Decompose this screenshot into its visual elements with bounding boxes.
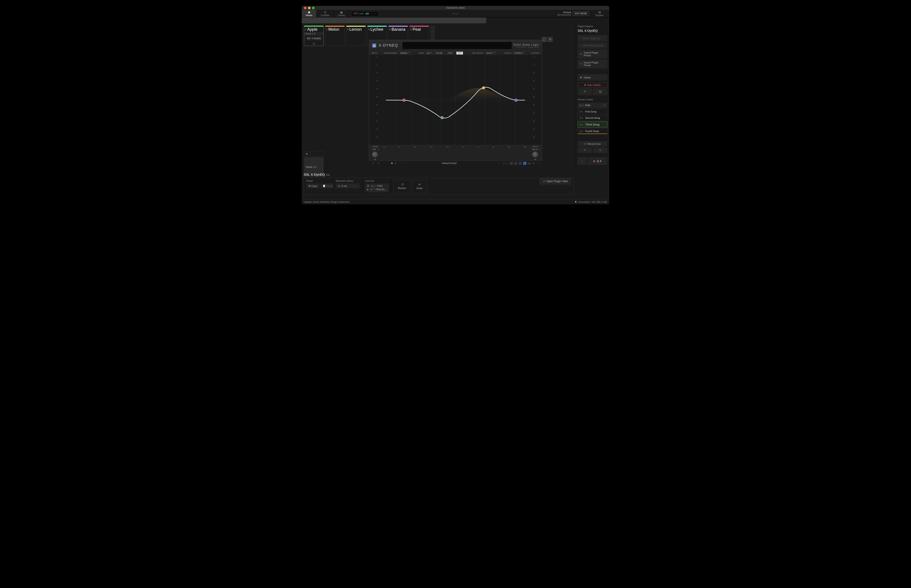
open-plugin-view[interactable]: ⤢Open Plugin View [539, 178, 571, 185]
arrow-left-icon: ← [581, 159, 584, 163]
expand-button[interactable]: ⛶ [542, 37, 547, 42]
hq-button[interactable]: HQ [528, 162, 531, 165]
input-gain-knob[interactable] [372, 151, 379, 158]
paste-icon: 📋 [322, 184, 326, 187]
help-icon[interactable]: ? [536, 162, 540, 165]
save-button[interactable]: 🖫 [593, 88, 608, 95]
chevron-down-icon: ᐯ [599, 149, 601, 152]
plugin-power-button[interactable]: ⏻ [372, 43, 376, 48]
copy-button[interactable]: ⧉Copy [306, 184, 319, 188]
footer-btn-3[interactable] [519, 162, 522, 165]
footer-btn-2[interactable] [514, 162, 517, 165]
output-meter [535, 55, 542, 145]
channel-delete[interactable]: ⊠ [304, 151, 309, 156]
move-plugin-up[interactable]: ↑Move Plugin Up [578, 35, 607, 42]
dsp-load: DSP Load [351, 11, 379, 16]
ab-a[interactable]: A [391, 162, 393, 165]
cue-item-4[interactable]: Q 4Fourth Song [578, 128, 607, 134]
preset-prev[interactable]: ‹ [398, 162, 402, 165]
connection-ip: 192.168.2.100 [591, 200, 607, 203]
bypass-toggle[interactable]: ⟋⃝Bypass [394, 180, 410, 193]
record-cue-button[interactable]: Record Cue [578, 141, 607, 147]
bottom-title: SSL X-DynEQ [304, 173, 325, 176]
undo-icon[interactable]: ↶ [371, 162, 375, 165]
tab-library[interactable]: Library [333, 10, 350, 17]
channel-route[interactable]: Dante 1,2 [304, 32, 324, 36]
cue-item-1[interactable]: Q 1First Song [578, 109, 607, 114]
bottom-panel: SSL X-DynEQ SSL Preset ⧉Copy 📋Paste Repo… [304, 173, 574, 197]
svg-point-13 [515, 99, 517, 102]
expand-icon: ⤢ [543, 180, 545, 183]
import-preset[interactable]: ⇩Import Plugin Preset [578, 50, 607, 58]
phase-select[interactable]: OFF [371, 148, 379, 151]
clock-icon: ◷ [338, 184, 340, 187]
window-minimize[interactable] [308, 7, 311, 9]
cue-item-2[interactable]: Q 2Second Song [578, 115, 607, 121]
statusbar: Update Chain Definition Plugin Instances… [302, 199, 609, 204]
window-close[interactable] [304, 7, 306, 9]
paste-button[interactable]: 📋Paste [320, 184, 335, 188]
preset-next[interactable]: › [497, 162, 500, 165]
footer-btn-4[interactable] [523, 162, 526, 165]
export-icon: ⇧ [580, 63, 582, 65]
go-button[interactable]: Q 4 [587, 157, 607, 165]
undo-button[interactable]: ↶ [578, 88, 592, 95]
processing-select[interactable]: SERIES [399, 52, 410, 55]
redo-icon[interactable]: ↷ [377, 162, 380, 165]
plugin-lcd[interactable] [402, 42, 512, 49]
channel-1[interactable]: 1Apple Dante 1,2 SSL X-DynEQ ⊕ [304, 26, 324, 46]
expand-icon: ⛶ [543, 38, 545, 41]
auto-update-toggle[interactable]: Auto Update [578, 82, 607, 87]
phase-button[interactable]: PHASE [434, 52, 444, 55]
arrow-up-icon: ↑ [580, 37, 581, 40]
tab-cuelists[interactable]: Cuelists [317, 10, 333, 17]
window-title: transform.client [446, 6, 465, 10]
plugin-window: ⛶ ✕ ⏻ X-DYNEQ Solid State Logic OXFORD ·… [369, 40, 542, 160]
svg-point-12 [482, 87, 485, 89]
cue-next[interactable]: ᐯ [593, 147, 608, 153]
overview-strip[interactable] [302, 18, 609, 23]
close-button[interactable]: ✕ [548, 37, 553, 42]
plugin-name: X-DYNEQ [379, 44, 398, 47]
eq-graph[interactable] [380, 55, 531, 145]
scale-select[interactable]: 100 % [531, 148, 540, 151]
smite-toggle[interactable]: ⊘Smite [412, 180, 427, 193]
inspector-header: Plugin Instance [578, 25, 607, 27]
footer-btn-1[interactable] [510, 162, 513, 165]
settings-icon[interactable]: ⚙ [532, 162, 535, 165]
inspector-title: SSL X-DynEQ [578, 29, 607, 32]
plugin-brand: Solid State Logic OXFORD · ENGLAND [513, 43, 539, 48]
cuelist-section-label: Primary Cuelist [578, 99, 607, 101]
inspector-panel: Plugin Instance SSL X-DynEQ ↑Move Plugin… [576, 23, 609, 167]
delete-icon: ⊗ [580, 76, 582, 79]
topgraph-select[interactable]: IN/OUT [485, 52, 496, 55]
delete-plugin[interactable]: ⊗Delete [578, 74, 607, 81]
export-preset[interactable]: ⇧Export Plugin Preset [578, 60, 607, 68]
preset-name[interactable]: Default Preset* [404, 162, 495, 165]
freq-axis: 20501002005001k2k5k10k20k [379, 146, 531, 148]
svg-point-10 [403, 99, 405, 102]
channel-group[interactable]: - [311, 151, 324, 156]
view-select[interactable]: ±20 [426, 52, 432, 55]
tab-home[interactable]: Home [302, 10, 317, 17]
plugin-slot[interactable]: SSL X-DynEQ [305, 36, 322, 40]
ab-b[interactable]: B [395, 162, 396, 165]
step-button[interactable]: STEP [446, 52, 455, 55]
cuelist-select[interactable]: QL 1FOH [578, 103, 607, 108]
fft-button[interactable]: FFT [456, 52, 463, 55]
add-plugin[interactable]: ⊕ [304, 42, 324, 46]
app-logo [452, 11, 459, 17]
channel-3[interactable]: 3Lemon [346, 26, 366, 46]
cue-item-3[interactable]: Q 3Third Song [578, 121, 607, 128]
output-gain-knob[interactable] [532, 151, 539, 158]
cue-prev[interactable]: ᐱ [578, 147, 592, 153]
import-icon: ⇩ [580, 53, 582, 56]
main-toolbar: Home Cuelists Library DSP Load Default 🖫… [302, 10, 609, 18]
move-plugin-down[interactable]: ↓Move Plugin Down [578, 42, 607, 48]
go-back-button[interactable]: ← [578, 157, 587, 165]
channel-2[interactable]: 2Melon [325, 26, 345, 46]
window-maximize[interactable] [312, 7, 314, 9]
tab-system[interactable]: System [591, 11, 607, 16]
focus-select[interactable]: STEREO [513, 52, 525, 55]
edit-mode-button[interactable]: EDIT MODE [573, 11, 589, 16]
